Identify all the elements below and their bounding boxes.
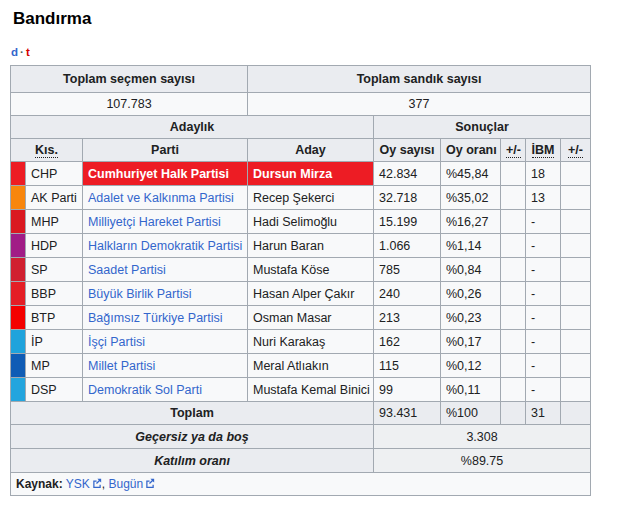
table-row-mhp: MHP Milliyetçi Hareket Partisi Hadi Seli…	[11, 210, 591, 234]
change-2	[561, 258, 591, 282]
party-link[interactable]: Adalet ve Kalkınma Partisi	[88, 191, 234, 205]
vote-count: 240	[374, 282, 441, 306]
vote-share: %0,12	[441, 354, 501, 378]
party-link[interactable]: Milliyetçi Hareket Partisi	[88, 215, 221, 229]
total-ballot-boxes-header: Toplam sandık sayısı	[248, 66, 591, 93]
party-name-cell: Millet Partisi	[83, 354, 248, 378]
party-abbr: CHP	[26, 162, 83, 186]
party-abbr: MP	[26, 354, 83, 378]
vote-count: 15.199	[374, 210, 441, 234]
invalid-votes-label: Geçersiz ya da boş	[11, 425, 374, 449]
candidate-name: Nuri Karakaş	[248, 330, 374, 354]
column-header-share: Oy oranı	[441, 139, 501, 162]
change-1	[501, 186, 526, 210]
turnout-row: Katılım oranı %89.75	[11, 449, 591, 473]
vote-share: %0,11	[441, 378, 501, 402]
table-row-chp: CHP Cumhuriyet Halk Partisi Dursun Mirza…	[11, 162, 591, 186]
ibm-seats: -	[526, 330, 561, 354]
vote-share: %0,84	[441, 258, 501, 282]
external-link-icon	[92, 476, 102, 492]
party-link[interactable]: Saadet Partisi	[88, 263, 166, 277]
ibm-seats: -	[526, 258, 561, 282]
source-cell: Kaynak: YSK, Bugün	[11, 473, 591, 496]
party-name-cell: Demokratik Sol Parti	[83, 378, 248, 402]
column-header-ibm: İBM	[526, 139, 561, 162]
party-color-swatch	[11, 210, 26, 234]
party-name-cell: Cumhuriyet Halk Partisi	[83, 162, 248, 186]
page-title: Bandırma	[13, 9, 620, 29]
vote-share: %16,27	[441, 210, 501, 234]
change-1	[501, 210, 526, 234]
total-ibm-seats: 31	[526, 402, 561, 425]
party-color-swatch	[11, 306, 26, 330]
source-link-bugun[interactable]: Bugün	[109, 477, 144, 491]
party-link[interactable]: Cumhuriyet Halk Partisi	[88, 167, 229, 181]
table-row-bbp: BBP Büyük Birlik Partisi Hasan Alper Çak…	[11, 282, 591, 306]
ibm-seats: -	[526, 234, 561, 258]
turnout-value: %89.75	[374, 449, 591, 473]
source-row: Kaynak: YSK, Bugün	[11, 473, 591, 496]
change-2	[561, 378, 591, 402]
change-1	[501, 306, 526, 330]
total-label: Toplam	[11, 402, 374, 425]
party-abbr: AK Parti	[26, 186, 83, 210]
party-color-swatch	[11, 378, 26, 402]
change-2	[561, 234, 591, 258]
party-abbr: HDP	[26, 234, 83, 258]
candidate-name: Hasan Alper Çakır	[248, 282, 374, 306]
party-name-cell: Milliyetçi Hareket Partisi	[83, 210, 248, 234]
summary-header-row: Toplam seçmen sayısı Toplam sandık sayıs…	[11, 66, 591, 93]
party-link[interactable]: Millet Partisi	[88, 359, 155, 373]
party-abbr: MHP	[26, 210, 83, 234]
group-header-row: Adaylık Sonuçlar	[11, 116, 591, 139]
ibm-seats: -	[526, 282, 561, 306]
candidate-name: Recep Şekerci	[248, 186, 374, 210]
party-link[interactable]: İşçi Partisi	[88, 335, 145, 349]
table-row-ip: İP İşçi Partisi Nuri Karakaş 162 %0,17 -	[11, 330, 591, 354]
party-color-swatch	[11, 354, 26, 378]
party-color-swatch	[11, 258, 26, 282]
vote-share: %0,17	[441, 330, 501, 354]
column-header-candidate: Aday	[248, 139, 374, 162]
source-separator: ,	[102, 477, 109, 491]
table-row-mp: MP Millet Partisi Meral Atlıakın 115 %0,…	[11, 354, 591, 378]
party-link[interactable]: Demokratik Sol Parti	[88, 383, 202, 397]
change-1	[501, 330, 526, 354]
summary-values-row: 107.783 377	[11, 93, 591, 116]
candidacy-group-header: Adaylık	[11, 116, 374, 139]
party-link[interactable]: Büyük Birlik Partisi	[88, 287, 192, 301]
vote-count: 115	[374, 354, 441, 378]
party-abbr: İP	[26, 330, 83, 354]
change-2	[561, 282, 591, 306]
candidate-name: Harun Baran	[248, 234, 374, 258]
table-row-btp: BTP Bağımsız Türkiye Partisi Osman Masar…	[11, 306, 591, 330]
results-group-header: Sonuçlar	[374, 116, 591, 139]
vote-share: %45,84	[441, 162, 501, 186]
column-header-change-2: +/-	[561, 139, 591, 162]
party-name-cell: İşçi Partisi	[83, 330, 248, 354]
template-view-talk-links: d·t	[11, 46, 620, 58]
vote-count: 785	[374, 258, 441, 282]
total-voters-header: Toplam seçmen sayısı	[11, 66, 248, 93]
total-row: Toplam 93.431 %100 31	[11, 402, 591, 425]
template-view-link[interactable]: d	[11, 46, 18, 58]
source-link-ysk[interactable]: YSK	[66, 477, 90, 491]
total-ballot-boxes-value: 377	[248, 93, 591, 116]
party-name-cell: Halkların Demokratik Partisi	[83, 234, 248, 258]
template-talk-link[interactable]: t	[26, 46, 30, 58]
election-results-table: Toplam seçmen sayısı Toplam sandık sayıs…	[10, 65, 591, 496]
change-2	[561, 354, 591, 378]
vote-count: 99	[374, 378, 441, 402]
party-abbr: DSP	[26, 378, 83, 402]
party-link[interactable]: Halkların Demokratik Partisi	[88, 239, 242, 253]
party-link[interactable]: Bağımsız Türkiye Partisi	[88, 311, 223, 325]
change-1	[501, 234, 526, 258]
column-header-change-1: +/-	[501, 139, 526, 162]
change-1	[501, 378, 526, 402]
vote-share: %35,02	[441, 186, 501, 210]
change-1	[501, 282, 526, 306]
vote-count: 162	[374, 330, 441, 354]
vote-count: 32.718	[374, 186, 441, 210]
change-2	[561, 210, 591, 234]
ibm-seats: -	[526, 306, 561, 330]
